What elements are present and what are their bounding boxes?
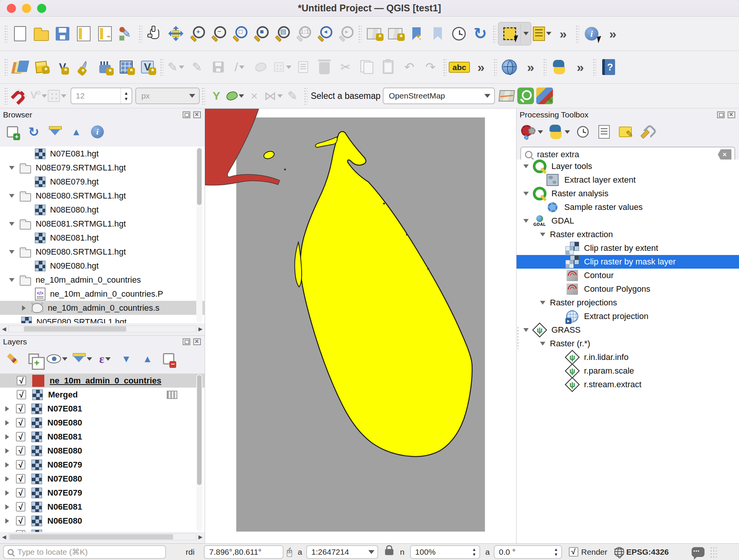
layer-row[interactable]: √N08E079: [0, 458, 205, 472]
add-ellipse-button[interactable]: [251, 56, 271, 78]
filter-legend-button[interactable]: [72, 350, 92, 368]
data-source-manager-button[interactable]: [10, 56, 30, 78]
new-print-layout-button[interactable]: [74, 23, 94, 44]
toolbar-drag-handle[interactable]: [304, 87, 307, 105]
zoom-out-button[interactable]: −: [208, 23, 229, 44]
processing-item[interactable]: Contour Polygons: [517, 282, 739, 296]
browser-item[interactable]: N08E080.SRTMGL1.hgt: [0, 189, 205, 203]
processing-item[interactable]: GRASS: [517, 323, 739, 337]
save-project-button[interactable]: [52, 23, 73, 44]
zoom-next-button[interactable]: ▸: [335, 23, 356, 44]
locate-input[interactable]: Type to locate (⌘K): [3, 545, 166, 559]
new-3d-map-view-button[interactable]: *: [385, 23, 406, 44]
browser-item[interactable]: N08E079.SRTMGL1.hgt: [0, 161, 205, 175]
stream-digitizing-button[interactable]: [226, 86, 244, 105]
processing-item[interactable]: r.param.scale: [517, 364, 739, 378]
new-grid-layer-button[interactable]: *: [116, 56, 136, 78]
temporal-controller-button[interactable]: [449, 23, 469, 44]
zoom-in-button[interactable]: +: [187, 23, 207, 44]
chevron-down-icon[interactable]: [546, 32, 551, 35]
layer-visibility-checkbox[interactable]: √: [17, 376, 26, 385]
layer-visibility-checkbox[interactable]: √: [16, 432, 25, 441]
layer-statistics-button[interactable]: [535, 86, 554, 105]
toolbar-drag-handle[interactable]: [493, 58, 497, 76]
vertex-tool-button[interactable]: [272, 56, 292, 78]
chevron-down-icon[interactable]: [62, 357, 67, 361]
zoom-native-green-button[interactable]: [517, 86, 535, 105]
add-selected-layers-button[interactable]: [4, 123, 21, 141]
paste-features-button[interactable]: [378, 56, 398, 78]
chevron-down-icon[interactable]: [61, 94, 66, 98]
basemap-preview-button[interactable]: [498, 86, 516, 105]
browser-item[interactable]: N09E080.hgt: [0, 259, 205, 273]
new-map-view-button[interactable]: *: [364, 23, 384, 44]
layer-row[interactable]: √N06E080: [0, 514, 205, 528]
collapse-all-button[interactable]: ▲: [68, 123, 85, 141]
zoom-last-button[interactable]: ◂: [314, 23, 335, 44]
chevron-down-icon[interactable]: [179, 66, 184, 69]
scroll-left-icon[interactable]: ◀: [0, 326, 8, 332]
float-panel-icon[interactable]: [183, 338, 190, 345]
layer-row[interactable]: √N06E081: [0, 500, 205, 514]
layer-visibility-checkbox[interactable]: √: [16, 446, 25, 455]
browser-item[interactable]: N08E081.SRTMGL1.hgt: [0, 217, 205, 231]
layer-labeling-button[interactable]: abc: [449, 56, 470, 78]
cut-features-button[interactable]: ✂: [335, 56, 356, 78]
scale-combo[interactable]: 1:2647214: [306, 545, 378, 559]
panel-splitter-handle[interactable]: [517, 326, 519, 349]
save-layer-edits-button[interactable]: [208, 56, 229, 78]
toolbar-drag-handle[interactable]: [443, 58, 446, 76]
layer-visibility-checkbox[interactable]: √: [16, 474, 25, 483]
chevron-down-icon[interactable]: [105, 357, 111, 361]
processing-item[interactable]: Raster projections: [517, 296, 739, 310]
crs-globe-icon[interactable]: [614, 547, 624, 557]
overflow-button[interactable]: »: [553, 23, 573, 44]
magnifier-spinner[interactable]: 100% ▲▼: [410, 545, 480, 559]
models-button[interactable]: [521, 123, 543, 141]
results-viewer-button[interactable]: [596, 123, 612, 141]
snapping-config-button[interactable]: [29, 86, 47, 105]
toolbar-drag-handle[interactable]: [202, 87, 205, 105]
toolbar-drag-handle[interactable]: [4, 25, 8, 42]
zoom-full-button[interactable]: □: [229, 23, 250, 44]
clear-search-icon[interactable]: ×: [718, 149, 731, 160]
processing-item[interactable]: Layer tools: [517, 160, 739, 173]
scroll-left-icon[interactable]: ◀: [0, 534, 8, 540]
toolbar-drag-handle[interactable]: [139, 25, 142, 42]
trace-offset-button[interactable]: ✎: [283, 86, 302, 105]
new-virtual-layer-button[interactable]: V*: [137, 56, 158, 78]
crs-value[interactable]: EPSG:4326: [626, 547, 669, 557]
properties-info-button[interactable]: i: [89, 123, 106, 141]
browser-item[interactable]: N08E080.hgt: [0, 203, 205, 217]
chevron-down-icon[interactable]: [538, 130, 543, 134]
browser-item[interactable]: N05E080.SRTMGL1.hgt: [0, 315, 205, 323]
delete-selected-button[interactable]: [314, 56, 335, 78]
processing-item[interactable]: Clip raster by mask layer: [517, 255, 739, 269]
snap-tolerance-spinner[interactable]: 12 ▲▼: [70, 88, 132, 104]
scripts-button[interactable]: [548, 123, 570, 141]
close-panel-icon[interactable]: [728, 111, 735, 118]
select-features-active-group[interactable]: [498, 22, 531, 45]
layer-visibility-checkbox[interactable]: √: [16, 502, 25, 512]
layer-row[interactable]: √N09E080: [0, 416, 205, 430]
processing-item[interactable]: Clip raster by extent: [517, 241, 739, 255]
layer-row[interactable]: √N07E079: [0, 486, 205, 500]
current-edits-button[interactable]: ✎: [166, 56, 186, 78]
select-features-dropdown[interactable]: [520, 24, 530, 44]
processing-item[interactable]: r.in.lidar.info: [517, 350, 739, 364]
toolbar-drag-handle[interactable]: [493, 25, 496, 42]
layer-row[interactable]: √ne_10m_admin_0_countries: [0, 374, 205, 388]
layer-visibility-checkbox[interactable]: √: [16, 404, 25, 413]
python-console-button[interactable]: [549, 56, 569, 78]
float-panel-icon[interactable]: [717, 111, 725, 118]
overflow-button[interactable]: »: [520, 56, 541, 78]
layers-horizontal-scrollbar[interactable]: ◀ ▶: [0, 533, 205, 541]
toggle-extents-icon[interactable]: 🖰: [287, 546, 293, 558]
lock-scale-icon[interactable]: [385, 549, 393, 555]
layer-visibility-checkbox[interactable]: √: [16, 418, 25, 427]
layer-visibility-checkbox[interactable]: √: [17, 390, 26, 399]
layer-visibility-checkbox[interactable]: √: [16, 516, 25, 526]
chevron-down-icon[interactable]: [277, 94, 283, 98]
toolbar-drag-handle[interactable]: [358, 25, 362, 42]
chevron-down-icon[interactable]: [286, 66, 291, 69]
